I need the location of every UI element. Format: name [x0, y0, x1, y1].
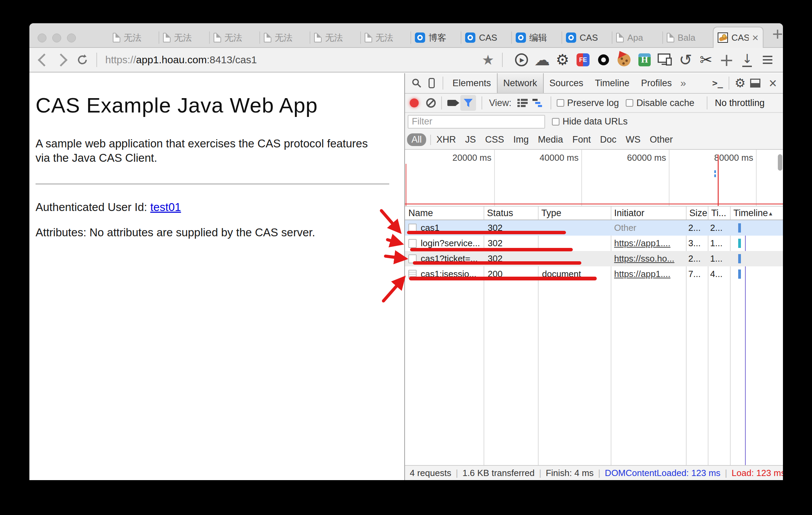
hide-data-urls-checkbox[interactable]: [552, 118, 559, 126]
browser-tab[interactable]: CAS: [562, 28, 612, 47]
table-row[interactable]: login?service... 302 https://app1.... 3.…: [405, 236, 783, 251]
fe-extension-icon[interactable]: FE: [575, 52, 591, 68]
browser-tab[interactable]: 无法: [260, 28, 310, 47]
list-view-icon[interactable]: [515, 95, 530, 110]
browser-tab[interactable]: 博客: [411, 28, 461, 47]
network-overview[interactable]: 20000 ms 40000 ms 60000 ms 80000 ms: [405, 150, 783, 207]
throttling-select[interactable]: No throttling: [715, 98, 765, 108]
browser-tab[interactable]: CAS: [461, 28, 511, 47]
filter-pill-ws[interactable]: WS: [626, 134, 641, 145]
initiator-link[interactable]: https://app1....: [614, 238, 671, 248]
close-devtools-icon[interactable]: ×: [769, 76, 777, 90]
menu-hamburger-icon[interactable]: [760, 52, 775, 68]
column-header-timeline[interactable]: Timeline▲: [730, 207, 773, 220]
initiator-link[interactable]: https://app1....: [614, 269, 671, 279]
filter-pill-media[interactable]: Media: [538, 134, 563, 145]
clear-icon[interactable]: [426, 98, 436, 108]
filter-pill-doc[interactable]: Doc: [600, 134, 617, 145]
user-id-link[interactable]: test01: [150, 201, 181, 213]
filter-pill-img[interactable]: Img: [513, 134, 529, 145]
hide-data-urls-label: Hide data URLs: [563, 116, 628, 127]
ring-extension-icon[interactable]: [596, 52, 611, 68]
column-header-name[interactable]: Name: [405, 207, 433, 220]
blog-icon: [415, 32, 425, 43]
scrollbar-thumb[interactable]: [778, 154, 782, 171]
address-bar[interactable]: https://app1.hoau.com:8413/cas1: [105, 54, 475, 66]
more-tabs-chevron[interactable]: »: [680, 77, 686, 89]
browser-tab[interactable]: 无法: [159, 28, 209, 47]
column-header-status[interactable]: Status: [484, 207, 513, 220]
filter-input[interactable]: [408, 115, 545, 129]
tab-elements[interactable]: Elements: [447, 73, 497, 93]
column-header-type[interactable]: Type: [538, 207, 561, 220]
column-header-time[interactable]: Ti...: [708, 207, 726, 220]
browser-tab-active[interactable]: CAS ×: [713, 27, 763, 48]
browser-tab[interactable]: 无法: [109, 28, 159, 47]
screenshot-camera-icon[interactable]: [447, 100, 456, 106]
device-toolbar-icon[interactable]: [424, 76, 439, 91]
network-controls: View: Preserve log Disable cache No thro…: [405, 94, 783, 113]
table-header: Name Status Type Initiator Size Ti... Ti…: [405, 207, 783, 220]
tab-network[interactable]: Network: [497, 73, 544, 93]
tab-sources[interactable]: Sources: [544, 73, 589, 93]
view-label: View:: [489, 98, 512, 108]
table-row[interactable]: cas1;jsessio... 200 document https://app…: [405, 266, 783, 282]
new-tab-button[interactable]: +: [772, 25, 783, 43]
browser-tab[interactable]: Bala: [663, 28, 713, 47]
settings-gear-icon[interactable]: ⚙: [555, 52, 570, 68]
request-count: 4 requests: [410, 468, 451, 478]
dcl-event-mark: [714, 170, 716, 173]
tab-timeline[interactable]: Timeline: [589, 73, 635, 93]
close-tab-icon[interactable]: ×: [752, 32, 759, 43]
sort-asc-icon: ▲: [768, 211, 773, 216]
column-header-size[interactable]: Size: [686, 207, 707, 220]
cloud-extension-icon[interactable]: ☁: [534, 52, 550, 68]
domcontentloaded-time: DOMContentLoaded: 123 ms: [605, 468, 720, 478]
filter-pill-css[interactable]: CSS: [485, 134, 504, 145]
scissors-icon[interactable]: ✂: [698, 52, 714, 68]
browser-tab[interactable]: 无法: [209, 28, 260, 47]
waterfall-view-icon[interactable]: [530, 95, 545, 110]
browser-tab[interactable]: 无法: [361, 28, 411, 47]
page-icon: [365, 33, 372, 42]
console-drawer-icon[interactable]: >_: [710, 76, 725, 91]
devtools-tabbar: Elements Network Sources Timeline Profil…: [405, 73, 783, 94]
filter-pill-js[interactable]: JS: [465, 134, 476, 145]
filter-pill-font[interactable]: Font: [572, 134, 591, 145]
filter-funnel-icon[interactable]: [460, 95, 476, 111]
browser-tab[interactable]: 无法: [310, 28, 360, 47]
play-extension-icon[interactable]: ▶: [514, 52, 529, 68]
browser-tab[interactable]: Apa: [612, 28, 662, 47]
timeline-bar: [738, 239, 741, 248]
dock-side-icon[interactable]: [748, 76, 763, 91]
cookie-extension-icon[interactable]: [616, 52, 632, 68]
filter-pill-xhr[interactable]: XHR: [436, 134, 456, 145]
browser-tab[interactable]: 编辑: [512, 28, 562, 47]
record-icon[interactable]: [410, 98, 419, 107]
h-extension-icon[interactable]: H: [637, 52, 652, 68]
zoom-window-button[interactable]: [67, 34, 76, 42]
column-header-initiator[interactable]: Initiator: [611, 207, 645, 220]
bookmark-star-icon[interactable]: ★: [480, 52, 496, 68]
tab-profiles[interactable]: Profiles: [635, 73, 678, 93]
page-title: CAS Example Java Web App: [36, 93, 391, 117]
back-icon[interactable]: [38, 53, 51, 66]
initiator-link[interactable]: https://sso.ho...: [614, 253, 674, 264]
preserve-log-checkbox[interactable]: [557, 99, 564, 107]
table-row[interactable]: cas1?ticket=... 302 https://sso.ho... 2.…: [405, 251, 783, 266]
download-icon[interactable]: ↓: [739, 52, 755, 68]
table-row[interactable]: cas1 302 Other 2... 2...: [405, 220, 783, 236]
undo-icon[interactable]: ↺: [678, 52, 693, 68]
plus-icon[interactable]: +: [719, 52, 734, 68]
filter-pill-all[interactable]: All: [407, 133, 426, 146]
devtools-settings-gear-icon[interactable]: ⚙: [733, 76, 748, 91]
close-window-button[interactable]: [38, 34, 46, 42]
ruler-tick-label: 20000 ms: [452, 153, 491, 163]
filter-pill-other[interactable]: Other: [650, 134, 673, 145]
search-icon[interactable]: [409, 76, 424, 91]
minimize-window-button[interactable]: [52, 34, 61, 42]
reload-icon[interactable]: [75, 52, 90, 68]
screen-share-icon[interactable]: [657, 52, 673, 68]
forward-icon[interactable]: [54, 53, 67, 66]
disable-cache-checkbox[interactable]: [626, 99, 633, 107]
